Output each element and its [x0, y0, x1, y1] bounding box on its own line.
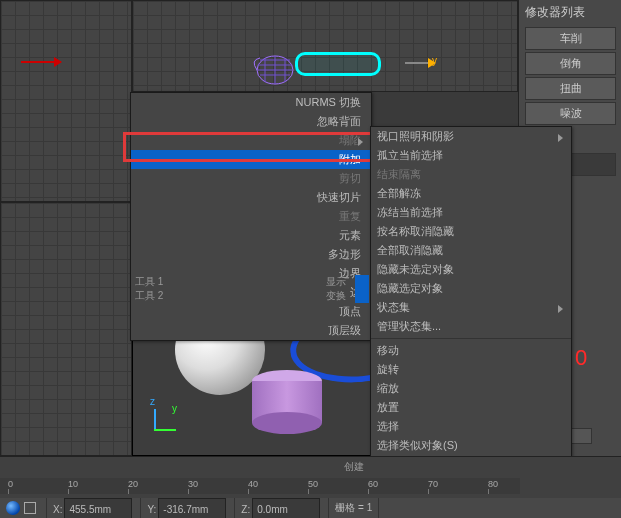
- menu-b-item-5[interactable]: 按名称取消隐藏: [371, 222, 571, 241]
- transform-label: 变换: [326, 289, 346, 303]
- menu-a-item-12[interactable]: 顶层级: [131, 321, 371, 340]
- ruler-tick-label: 30: [188, 479, 198, 489]
- right-zero: 0: [575, 345, 587, 371]
- tools-1-label: 工具 1: [135, 275, 163, 289]
- menu-a-item-8[interactable]: 多边形: [131, 245, 371, 264]
- menu-b-item-13[interactable]: 旋转: [371, 360, 571, 379]
- grid-label: 栅格 = 1: [329, 498, 379, 518]
- status-bar: X:455.5mm Y:-316.7mm Z:0.0mm 栅格 = 1: [0, 498, 621, 518]
- annotation-red-box: [123, 132, 384, 162]
- ruler-tick-label: 80: [488, 479, 498, 489]
- menu-a-item-1[interactable]: 忽略背面: [131, 112, 371, 131]
- modifier-btn-1[interactable]: 倒角: [525, 52, 616, 75]
- menu-b-item-12[interactable]: 移动: [371, 341, 571, 360]
- menu-b-item-0[interactable]: 视口照明和阴影: [371, 127, 571, 146]
- ruler-tick-label: 20: [128, 479, 138, 489]
- menu-b-item-4[interactable]: 冻结当前选择: [371, 203, 571, 222]
- x-label: X:: [53, 504, 62, 515]
- menu-b-item-15[interactable]: 放置: [371, 398, 571, 417]
- modifier-btn-2[interactable]: 扭曲: [525, 77, 616, 100]
- menu-b-item-9[interactable]: 状态集: [371, 298, 571, 317]
- menu-b-item-7[interactable]: 隐藏未选定对象: [371, 260, 571, 279]
- ruler-tick-label: 50: [308, 479, 318, 489]
- ruler-tick-label: 0: [8, 479, 13, 489]
- menu-a-item-7[interactable]: 元素: [131, 226, 371, 245]
- viewport-top-right[interactable]: [132, 0, 518, 92]
- create-label: 创建: [344, 460, 364, 474]
- tools-2-label: 工具 2: [135, 289, 163, 303]
- capsule-object: [295, 52, 381, 76]
- snap-icon[interactable]: [6, 501, 20, 515]
- menu-b-sep: [371, 338, 571, 339]
- ruler-tick-label: 10: [68, 479, 78, 489]
- lock-icon[interactable]: [24, 502, 36, 514]
- z-field[interactable]: 0.0mm: [252, 498, 320, 518]
- menu-b-item-14[interactable]: 缩放: [371, 379, 571, 398]
- y-label: Y:: [147, 504, 156, 515]
- display-label: 显示: [326, 275, 346, 289]
- modifier-btn-0[interactable]: 车削: [525, 27, 616, 50]
- viewport-mid-left[interactable]: [0, 202, 132, 456]
- menu-b-item-16[interactable]: 选择: [371, 417, 571, 436]
- menu-a-item-6: 重复: [131, 207, 371, 226]
- quad-cell-2[interactable]: [355, 289, 369, 303]
- modifier-list-title: 修改器列表: [519, 0, 621, 25]
- z-label: Z:: [241, 504, 250, 515]
- menu-a-item-11[interactable]: 顶点: [131, 302, 371, 321]
- menu-b-item-6[interactable]: 全部取消隐藏: [371, 241, 571, 260]
- quad-cell-1[interactable]: [355, 275, 369, 289]
- menu-a-item-4: 剪切: [131, 169, 371, 188]
- menu-a-item-0[interactable]: NURMS 切换: [131, 93, 371, 112]
- ruler-tick-label: 70: [428, 479, 438, 489]
- menu-a-item-5[interactable]: 快速切片: [131, 188, 371, 207]
- menu-b-item-10[interactable]: 管理状态集...: [371, 317, 571, 336]
- menu-b-item-1[interactable]: 孤立当前选择: [371, 146, 571, 165]
- axis-arrow-red: [21, 61, 61, 63]
- y-field[interactable]: -316.7mm: [158, 498, 226, 518]
- menu-b-item-8[interactable]: 隐藏选定对象: [371, 279, 571, 298]
- ruler-tick-label: 60: [368, 479, 378, 489]
- quad-menu-left: NURMS 切换忽略背面塌陷附加剪切快速切片重复元素多边形边界边顶点顶层级: [130, 92, 372, 341]
- viewport-top-left[interactable]: [0, 0, 132, 202]
- view-gizmo: z y: [150, 395, 155, 407]
- axis-y-arrow: [405, 62, 435, 64]
- timeline-ruler[interactable]: 01020304050607080: [0, 478, 520, 494]
- menu-b-item-17[interactable]: 选择类似对象(S): [371, 436, 571, 455]
- cylinder-object: [252, 370, 322, 430]
- menu-b-item-2: 结束隔离: [371, 165, 571, 184]
- ruler-tick-label: 40: [248, 479, 258, 489]
- menu-b-item-3[interactable]: 全部解冻: [371, 184, 571, 203]
- x-field[interactable]: 455.5mm: [64, 498, 132, 518]
- modifier-btn-3[interactable]: 噪波: [525, 102, 616, 125]
